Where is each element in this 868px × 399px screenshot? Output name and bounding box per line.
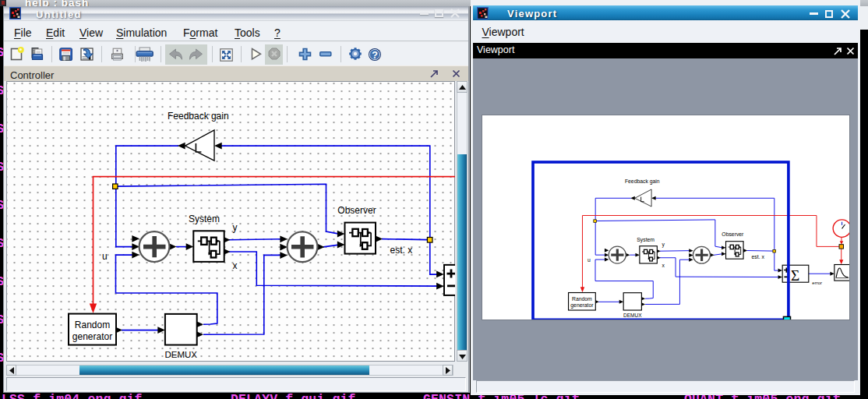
svg-text:?: ?: [372, 49, 378, 60]
